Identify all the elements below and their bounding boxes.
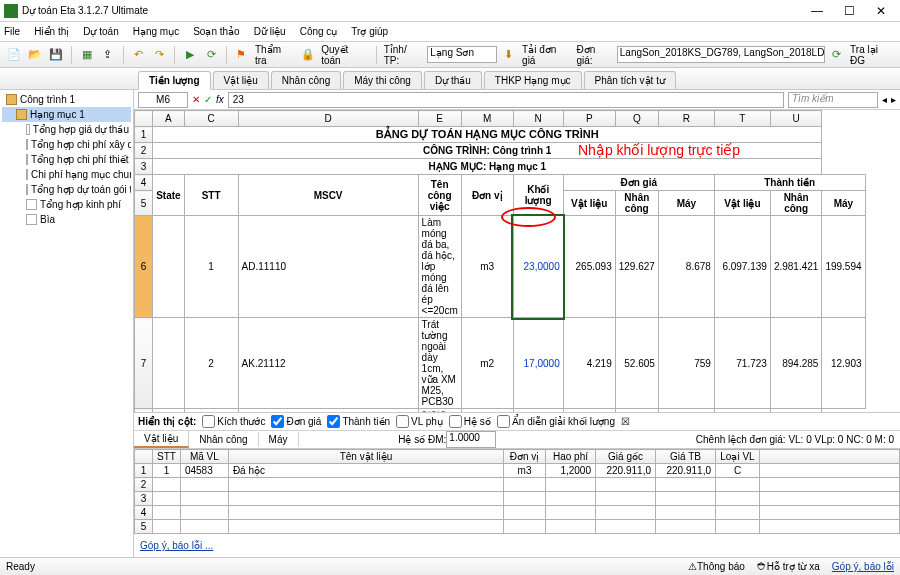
chenh-lech-label: Chênh lệch đơn giá: VL: 0 VLp: 0 NC: 0 M…	[696, 434, 900, 445]
maximize-button[interactable]: ☐	[834, 2, 864, 20]
detail-grid[interactable]: STT Mã VL Tên vật liệu Đơn vị Hao phí Gi…	[134, 449, 900, 534]
export-icon[interactable]: ⇪	[98, 45, 117, 65]
thong-bao-label[interactable]: Thông báo	[697, 561, 745, 572]
cell-ref[interactable]: M6	[138, 92, 188, 108]
gop-y-link[interactable]: Góp ý, báo lỗi ...	[140, 540, 213, 551]
hien-thi-label: Hiển thị cột:	[138, 416, 196, 427]
menu-file[interactable]: File	[4, 26, 20, 37]
formula-input[interactable]: 23	[228, 92, 784, 108]
tree-item[interactable]: Tổng hợp dự toán gói thầu	[2, 182, 131, 197]
tree-hang-muc[interactable]: Hạng mục 1	[2, 107, 131, 122]
chk-don-gia[interactable]: Đơn giá	[271, 415, 321, 428]
table-row[interactable]: 72AK.21112Trát tường ngoài dày 1cm, vữa …	[135, 318, 866, 409]
annotation-circle	[501, 207, 556, 227]
quyet-toan-label[interactable]: Quyết toán	[319, 44, 370, 66]
detail-row[interactable]: 3	[135, 492, 900, 506]
detail-row[interactable]: 4	[135, 506, 900, 520]
titlebar: Dự toán Eta 3.1.2.7 Ultimate — ☐ ✕	[0, 0, 900, 22]
he-so-dm-input[interactable]: 1.0000	[446, 431, 496, 448]
gop-y-status[interactable]: Góp ý, báo lỗi	[832, 561, 894, 572]
next-icon[interactable]: ▸	[891, 94, 896, 105]
chk-thanh-tien[interactable]: Thành tiền	[327, 415, 390, 428]
status-ready: Ready	[6, 561, 35, 572]
menubar: File Hiển thị Dự toán Hạng mục Soạn thảo…	[0, 22, 900, 42]
excel-icon[interactable]: ▦	[77, 45, 96, 65]
menu-du-lieu[interactable]: Dữ liệu	[254, 26, 286, 37]
tree-item[interactable]: Tổng hợp giá dự thầu	[2, 122, 131, 137]
menu-tro-giup[interactable]: Trợ giúp	[351, 26, 388, 37]
bottab-may[interactable]: Máy	[259, 432, 299, 447]
new-icon[interactable]: 📄	[4, 45, 23, 65]
tab-nhan-cong[interactable]: Nhân công	[271, 71, 341, 89]
minimize-button[interactable]: —	[802, 2, 832, 20]
title-hang-muc: HẠNG MỤC: Hạng mục 1	[153, 159, 822, 175]
play-icon[interactable]: ▶	[180, 45, 199, 65]
menu-cong-cu[interactable]: Công cụ	[300, 26, 338, 37]
content-area: M6 ✕ ✓ fx 23 Tìm kiếm ◂ ▸ A C D E M N P	[134, 90, 900, 557]
save-icon[interactable]: 💾	[47, 45, 66, 65]
table-row[interactable]: 61AD.11110Làm móng đá ba, đá hộc, lớp mó…	[135, 216, 866, 318]
tinh-tp-label: Tỉnh/ TP:	[382, 44, 426, 66]
menu-hang-muc[interactable]: Hạng mục	[133, 26, 179, 37]
tra-lai-label[interactable]: Tra lại ĐG	[848, 44, 896, 66]
open-icon[interactable]: 📂	[25, 45, 44, 65]
tree-item[interactable]: Bìa	[2, 212, 131, 227]
refresh-icon[interactable]: ⟳	[201, 45, 220, 65]
tai-don-gia-label[interactable]: Tải đơn giá	[520, 44, 572, 66]
tham-tra-icon[interactable]: ⚑	[232, 45, 251, 65]
annotation-text: Nhập khối lượng trực tiếp	[578, 142, 740, 158]
tree-item[interactable]: Tổng hợp chi phí xây dựng	[2, 137, 131, 152]
tree-item[interactable]: Tổng hợp chi phí thiết bị	[2, 152, 131, 167]
don-gia-combo[interactable]: LangSon_2018KS_DG789, LangSon_2018LD_DG7…	[617, 46, 825, 63]
tab-tien-luong[interactable]: Tiền lượng	[138, 71, 211, 90]
tham-tra-label[interactable]: Thẩm tra	[253, 44, 296, 66]
tree-item[interactable]: Chi phí hạng mục chung	[2, 167, 131, 182]
tree-item[interactable]: Tổng hợp kinh phí	[2, 197, 131, 212]
status-bar: Ready ⚠ Thông báo ⛑ Hỗ trợ từ xa Góp ý, …	[0, 557, 900, 575]
main-grid[interactable]: A C D E M N P Q R T U 1BẢNG DỰ TOÁN HẠNG…	[134, 110, 900, 412]
detail-row[interactable]: 1104583Đá hộcm31,2000220.911,0220.911,0C	[135, 464, 900, 478]
search-input[interactable]: Tìm kiếm	[788, 92, 878, 108]
title-main: BẢNG DỰ TOÁN HẠNG MỤC CÔNG TRÌNH	[153, 127, 822, 143]
don-gia-label: Đơn giá:	[575, 44, 615, 66]
formula-bar: M6 ✕ ✓ fx 23 Tìm kiếm ◂ ▸	[134, 90, 900, 110]
accept-icon[interactable]: ✓	[204, 94, 212, 105]
prev-icon[interactable]: ◂	[882, 94, 887, 105]
detail-row[interactable]: 2	[135, 478, 900, 492]
bottab-vat-lieu[interactable]: Vật liệu	[134, 431, 189, 448]
tab-vat-lieu[interactable]: Vật liệu	[213, 71, 269, 89]
chk-an-dien-giai[interactable]: Ẩn diễn giải khối lượng	[497, 415, 615, 428]
quyet-toan-icon[interactable]: 🔒	[298, 45, 317, 65]
cancel-icon[interactable]: ✕	[192, 94, 200, 105]
chk-he-so[interactable]: Hệ số	[449, 415, 491, 428]
he-so-dm-label: Hệ số ĐM:	[398, 434, 446, 445]
redo-icon[interactable]: ↷	[150, 45, 169, 65]
tree-root[interactable]: Công trình 1	[2, 92, 131, 107]
close-button[interactable]: ✕	[866, 2, 896, 20]
menu-du-toan[interactable]: Dự toán	[83, 26, 118, 37]
tab-may[interactable]: Máy thi công	[343, 71, 422, 89]
menu-soan-thao[interactable]: Soạn thảo	[193, 26, 239, 37]
detail-row[interactable]: 5	[135, 520, 900, 534]
window-title: Dự toán Eta 3.1.2.7 Ultimate	[22, 5, 802, 16]
app-icon	[4, 4, 18, 18]
close-panel-icon[interactable]: ☒	[621, 416, 630, 427]
ho-tro-icon[interactable]: ⛑	[757, 561, 767, 572]
bottab-nhan-cong[interactable]: Nhân công	[189, 432, 258, 447]
tab-thkp[interactable]: THKP Hạng mục	[484, 71, 582, 89]
tra-lai-icon[interactable]: ⟳	[827, 45, 846, 65]
chk-kich-thuoc[interactable]: Kích thước	[202, 415, 265, 428]
thong-bao-icon[interactable]: ⚠	[688, 561, 697, 572]
undo-icon[interactable]: ↶	[129, 45, 148, 65]
fx-label[interactable]: fx	[216, 94, 224, 105]
tai-don-gia-icon[interactable]: ⬇	[499, 45, 518, 65]
chk-vl-phu[interactable]: VL phụ	[396, 415, 443, 428]
detail-panel: Hiển thị cột: Kích thước Đơn giá Thành t…	[134, 412, 900, 557]
ho-tro-label[interactable]: Hỗ trợ từ xa	[767, 561, 820, 572]
main-toolbar: 📄 📂 💾 ▦ ⇪ ↶ ↷ ▶ ⟳ ⚑ Thẩm tra 🔒 Quyết toá…	[0, 42, 900, 68]
tab-phan-tich[interactable]: Phân tích vật tư	[584, 71, 676, 89]
menu-hien-thi[interactable]: Hiển thị	[34, 26, 69, 37]
tinh-tp-combo[interactable]: Lạng Sơn	[427, 46, 496, 63]
tab-du-thau[interactable]: Dự thầu	[424, 71, 482, 89]
table-row[interactable]: 82*2*2 = 8	[135, 409, 866, 413]
